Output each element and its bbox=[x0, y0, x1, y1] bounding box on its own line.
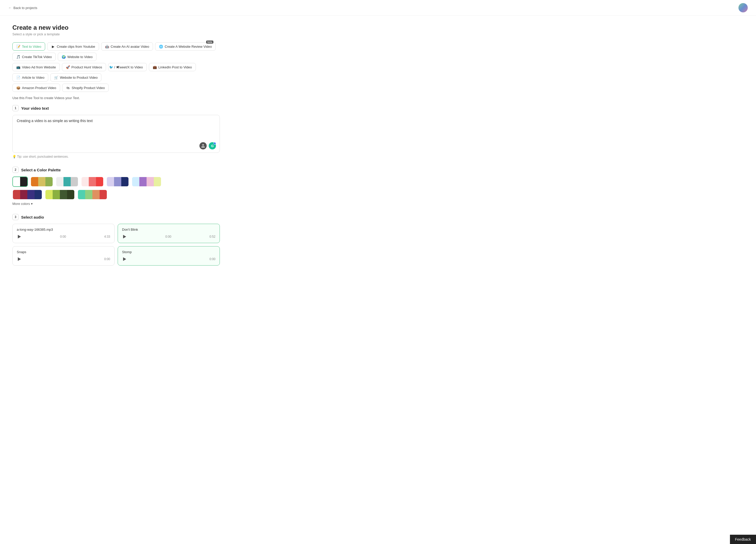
website-review-icon: 🌐 bbox=[159, 44, 163, 49]
tabs-row-3: 📦 Amazon Product Video 🛍 Shopify Product… bbox=[12, 84, 220, 92]
tab-shopify[interactable]: 🛍 Shopify Product Video bbox=[62, 84, 109, 92]
play-icon bbox=[123, 257, 126, 261]
swatch bbox=[35, 190, 42, 199]
tab-ai-avatar[interactable]: 🤖 Create An AI avatar Video bbox=[101, 42, 153, 51]
swatch bbox=[45, 177, 53, 186]
tab-tweet-video[interactable]: 🐦 / ✖ Tweet/X to Video bbox=[108, 63, 147, 71]
shopify-icon: 🛍 bbox=[66, 86, 70, 90]
palette-7[interactable] bbox=[12, 189, 42, 200]
back-arrow-icon: ← bbox=[8, 6, 12, 10]
audio-title-snaps: Snaps bbox=[17, 250, 110, 254]
tab-product-hunt[interactable]: 🚀 Product Hunt Videos bbox=[62, 63, 106, 71]
back-to-projects-link[interactable]: ← Back to projects bbox=[8, 6, 37, 10]
text-area-icon-group: G 1 bbox=[199, 142, 216, 149]
grammarly-badge: 1 bbox=[213, 142, 216, 145]
page-subtitle: Select a style or pick a template bbox=[12, 32, 220, 36]
audio-card-dont-blink[interactable]: Don't Blink 0:00 0:52 bbox=[118, 224, 220, 243]
swatch bbox=[85, 190, 92, 199]
swatch bbox=[147, 177, 154, 186]
swatch bbox=[139, 177, 147, 186]
swatch bbox=[38, 177, 45, 186]
play-btn-stomp[interactable] bbox=[122, 257, 127, 262]
tab-article[interactable]: 📄 Article to Video bbox=[12, 73, 48, 82]
more-colors-btn[interactable]: More colors ▾ bbox=[12, 202, 220, 206]
play-btn-dont-blink[interactable] bbox=[122, 234, 127, 239]
time-start-dont-blink: 0:00 bbox=[165, 235, 171, 238]
website-product-icon: 🛒 bbox=[54, 75, 58, 79]
video-text-input[interactable]: Creating a video is as simple as writing… bbox=[17, 119, 215, 139]
tab-website-review-label: Create A Website Review Video bbox=[165, 45, 212, 49]
time-start-long-way: 0:00 bbox=[60, 235, 66, 238]
palette-1[interactable] bbox=[12, 177, 28, 187]
time-end-dont-blink: 0:52 bbox=[210, 235, 215, 238]
audio-card-stomp[interactable]: Stomp 0:00 bbox=[118, 246, 220, 266]
time-start-snaps: 0:00 bbox=[104, 257, 110, 261]
audio-section: a-long-way-166385.mp3 0:00 4:33 Don't Bl… bbox=[12, 224, 220, 266]
audio-title-dont-blink: Don't Blink bbox=[122, 228, 215, 231]
swatch bbox=[121, 177, 128, 186]
time-end-long-way: 4:33 bbox=[104, 235, 110, 238]
audio-card-long-way[interactable]: a-long-way-166385.mp3 0:00 4:33 bbox=[12, 224, 115, 243]
audio-title-stomp: Stomp bbox=[122, 250, 215, 254]
section2-header: 2 Select a Color Palette bbox=[12, 167, 220, 173]
swatch bbox=[63, 177, 71, 186]
audio-card-snaps[interactable]: Snaps 0:00 bbox=[12, 246, 115, 266]
palette-9[interactable] bbox=[77, 189, 107, 200]
upload-icon-btn[interactable] bbox=[199, 142, 207, 149]
create-clips-icon: ▶ bbox=[51, 44, 55, 49]
section-video-text: 1 Your video text Creating a video is as… bbox=[12, 105, 220, 158]
swatch bbox=[96, 177, 103, 186]
palette-4[interactable] bbox=[81, 177, 104, 187]
swatch bbox=[20, 177, 27, 186]
palette-8[interactable] bbox=[45, 189, 75, 200]
page-title: Create a new video bbox=[12, 24, 220, 31]
time-start-stomp: 0:00 bbox=[210, 257, 215, 261]
tab-video-ad[interactable]: 📺 Video Ad from Website bbox=[12, 63, 60, 71]
section1-header: 1 Your video text bbox=[12, 105, 220, 111]
tab-website-to-video[interactable]: 🌍 Website to Video bbox=[58, 53, 96, 61]
tab-tiktok[interactable]: 🎵 Create TikTok Video bbox=[12, 53, 56, 61]
swatch bbox=[53, 190, 60, 199]
section-audio: 3 Select audio a-long-way-166385.mp3 0:0… bbox=[12, 214, 220, 266]
tip-text: 💡 Tip: use short, punctuated sentences. bbox=[12, 155, 220, 158]
tab-amazon[interactable]: 📦 Amazon Product Video bbox=[12, 84, 60, 92]
swatch bbox=[31, 177, 38, 186]
tab-tiktok-label: Create TikTok Video bbox=[22, 55, 52, 59]
grammarly-icon-btn[interactable]: G 1 bbox=[209, 142, 216, 149]
play-btn-snaps[interactable] bbox=[17, 257, 22, 262]
section3-title: Select audio bbox=[21, 215, 44, 219]
swatch bbox=[71, 177, 78, 186]
tab-article-label: Article to Video bbox=[22, 76, 44, 79]
palette-3[interactable] bbox=[56, 177, 78, 187]
tab-text-to-video[interactable]: 📝 Text to Video bbox=[12, 42, 45, 51]
section1-number: 1 bbox=[12, 105, 19, 111]
tab-product-hunt-label: Product Hunt Videos bbox=[71, 65, 102, 69]
tab-tweet-label: Tweet/X to Video bbox=[118, 65, 143, 69]
video-ad-icon: 📺 bbox=[16, 65, 20, 69]
play-btn-long-way[interactable] bbox=[17, 234, 22, 239]
tab-linkedin[interactable]: 💼 LinkedIn Post to Video bbox=[149, 63, 196, 71]
tab-create-clips[interactable]: ▶ Create clips from Youtube bbox=[47, 42, 99, 51]
palette-6[interactable] bbox=[132, 177, 162, 187]
text-to-video-icon: 📝 bbox=[16, 44, 20, 49]
palette-5[interactable] bbox=[106, 177, 129, 187]
swatch bbox=[107, 177, 114, 186]
tab-website-product[interactable]: 🛒 Website to Product Video bbox=[50, 73, 101, 82]
audio-controls-stomp: 0:00 bbox=[122, 257, 215, 262]
beta-badge-review: beta bbox=[206, 41, 214, 44]
section3-header: 3 Select audio bbox=[12, 214, 220, 220]
tab-website-review[interactable]: beta 🌐 Create A Website Review Video bbox=[155, 42, 216, 51]
text-area-wrapper: Creating a video is as simple as writing… bbox=[12, 115, 220, 153]
palette-2[interactable] bbox=[30, 177, 53, 187]
color-palettes bbox=[12, 177, 220, 200]
article-icon: 📄 bbox=[16, 75, 20, 79]
swatch bbox=[132, 177, 139, 186]
tab-website-to-video-label: Website to Video bbox=[67, 55, 93, 59]
swatch bbox=[100, 190, 107, 199]
website-to-video-icon: 🌍 bbox=[62, 55, 66, 59]
grammarly-g: G bbox=[211, 144, 214, 148]
main-content: Create a new video Select a style or pic… bbox=[0, 16, 232, 282]
section2-number: 2 bbox=[12, 167, 19, 173]
palette-row-1 bbox=[12, 177, 220, 187]
section2-title: Select a Color Palette bbox=[21, 168, 61, 172]
